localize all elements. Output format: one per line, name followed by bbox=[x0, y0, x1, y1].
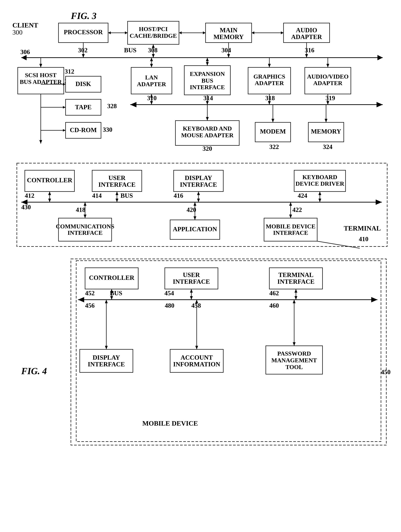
svg-text:330: 330 bbox=[103, 126, 112, 133]
svg-text:USER: USER bbox=[183, 271, 200, 279]
svg-text:INTERFACE: INTERFACE bbox=[190, 84, 225, 90]
svg-marker-98 bbox=[63, 129, 66, 132]
svg-text:424: 424 bbox=[298, 192, 307, 199]
svg-text:SCSI HOST: SCSI HOST bbox=[25, 72, 57, 78]
svg-text:MEMORY: MEMORY bbox=[214, 33, 244, 40]
svg-text:414: 414 bbox=[92, 192, 102, 199]
svg-marker-37 bbox=[305, 54, 308, 58]
fig4-diagram: FIG. 4 CONTROLLER USER INTERFACE TERMINA… bbox=[11, 253, 393, 449]
svg-text:INFORMATION: INFORMATION bbox=[173, 361, 220, 368]
svg-text:INTERFACE: INTERFACE bbox=[180, 181, 217, 188]
svg-text:DISPLAY: DISPLAY bbox=[93, 354, 120, 361]
svg-text:DEVICE DRIVER: DEVICE DRIVER bbox=[296, 180, 344, 187]
svg-text:450: 450 bbox=[381, 368, 390, 376]
svg-rect-43 bbox=[131, 67, 172, 94]
svg-marker-63 bbox=[206, 58, 209, 61]
svg-marker-100 bbox=[39, 140, 42, 144]
svg-marker-32 bbox=[152, 54, 155, 58]
svg-text:452: 452 bbox=[85, 290, 95, 297]
svg-text:456: 456 bbox=[85, 302, 95, 309]
svg-marker-79 bbox=[206, 101, 209, 105]
svg-text:INTERFACE: INTERFACE bbox=[173, 278, 210, 285]
svg-text:412: 412 bbox=[25, 192, 34, 199]
svg-text:319: 319 bbox=[326, 95, 335, 101]
svg-marker-27 bbox=[21, 55, 27, 60]
client-label: CLIENT bbox=[12, 21, 38, 29]
svg-text:TAPE: TAPE bbox=[75, 104, 92, 111]
svg-text:APPLICATION: APPLICATION bbox=[173, 226, 217, 233]
svg-marker-18 bbox=[281, 32, 284, 34]
svg-text:CONTROLLER: CONTROLLER bbox=[27, 177, 73, 184]
svg-text:INTERFACE: INTERFACE bbox=[277, 278, 314, 285]
svg-text:INTERFACE: INTERFACE bbox=[273, 229, 308, 236]
svg-marker-77 bbox=[150, 101, 153, 105]
svg-marker-15 bbox=[203, 32, 206, 34]
svg-marker-83 bbox=[327, 101, 329, 105]
svg-text:312: 312 bbox=[65, 68, 74, 75]
svg-text:ACCOUNT: ACCOUNT bbox=[181, 354, 213, 361]
svg-text:320: 320 bbox=[203, 145, 212, 152]
svg-text:TOOL: TOOL bbox=[285, 364, 303, 370]
svg-text:BUS: BUS bbox=[124, 47, 136, 54]
svg-marker-60 bbox=[150, 58, 153, 61]
svg-text:EXPANSION: EXPANSION bbox=[190, 70, 225, 77]
svg-text:410: 410 bbox=[359, 235, 368, 243]
svg-text:460: 460 bbox=[269, 302, 279, 309]
svg-marker-65 bbox=[268, 64, 271, 67]
svg-marker-28 bbox=[377, 55, 383, 60]
svg-marker-73 bbox=[130, 102, 136, 107]
svg-text:DISK: DISK bbox=[75, 80, 91, 88]
svg-text:462: 462 bbox=[269, 290, 279, 297]
svg-text:322: 322 bbox=[269, 143, 279, 150]
svg-text:MODEM: MODEM bbox=[260, 128, 286, 135]
svg-text:318: 318 bbox=[265, 95, 275, 101]
svg-text:FIG. 4: FIG. 4 bbox=[21, 366, 47, 376]
svg-text:BUS: BUS bbox=[121, 192, 133, 199]
svg-text:PASSWORD: PASSWORD bbox=[277, 350, 311, 357]
svg-marker-116 bbox=[325, 119, 327, 122]
svg-text:AUDIO/VIDEO: AUDIO/VIDEO bbox=[307, 73, 349, 80]
svg-text:INTERFACE: INTERFACE bbox=[98, 181, 135, 188]
fig3-diagram: PROCESSOR HOST/PCI CACHE/BRIDGE MAIN MEM… bbox=[11, 9, 393, 253]
svg-text:INTERFACE: INTERFACE bbox=[88, 361, 125, 368]
svg-text:AUDIO: AUDIO bbox=[296, 27, 317, 34]
svg-text:BUS: BUS bbox=[202, 77, 213, 84]
svg-text:ADAPTER: ADAPTER bbox=[137, 81, 166, 88]
client-number: 300 bbox=[12, 28, 23, 36]
svg-text:GRAPHICS: GRAPHICS bbox=[253, 73, 285, 80]
svg-text:KEYBOARD AND: KEYBOARD AND bbox=[183, 125, 232, 132]
svg-text:418: 418 bbox=[76, 206, 85, 213]
svg-text:306: 306 bbox=[20, 48, 30, 56]
svg-marker-74 bbox=[376, 102, 383, 107]
svg-text:480: 480 bbox=[165, 302, 174, 309]
svg-text:DISPLAY: DISPLAY bbox=[185, 174, 212, 181]
svg-text:LAN: LAN bbox=[145, 74, 158, 81]
svg-text:302: 302 bbox=[78, 47, 87, 54]
svg-marker-57 bbox=[39, 64, 42, 67]
svg-text:454: 454 bbox=[164, 290, 174, 297]
svg-text:304: 304 bbox=[222, 47, 231, 54]
svg-text:MOBILE DEVICE: MOBILE DEVICE bbox=[142, 420, 198, 427]
svg-marker-67 bbox=[327, 64, 329, 67]
svg-text:CD-ROM: CD-ROM bbox=[70, 127, 97, 133]
svg-text:KEYBOARD: KEYBOARD bbox=[302, 174, 337, 180]
svg-text:CONTROLLER: CONTROLLER bbox=[89, 274, 135, 281]
svg-text:USER: USER bbox=[108, 174, 126, 181]
svg-marker-13 bbox=[108, 32, 111, 34]
svg-marker-96 bbox=[63, 106, 66, 108]
svg-text:328: 328 bbox=[107, 102, 117, 110]
svg-text:324: 324 bbox=[323, 143, 333, 150]
svg-text:314: 314 bbox=[204, 95, 213, 101]
svg-text:430: 430 bbox=[21, 203, 31, 211]
svg-marker-35 bbox=[227, 54, 230, 58]
svg-text:TERMINAL: TERMINAL bbox=[344, 224, 381, 232]
svg-text:MOBILE DEVICE: MOBILE DEVICE bbox=[266, 223, 316, 230]
svg-text:MAIN: MAIN bbox=[220, 27, 237, 34]
svg-marker-81 bbox=[268, 101, 271, 105]
svg-text:MOUSE ADAPTER: MOUSE ADAPTER bbox=[181, 132, 234, 139]
svg-marker-12 bbox=[125, 32, 128, 34]
svg-text:ADAPTER: ADAPTER bbox=[255, 80, 284, 86]
svg-text:316: 316 bbox=[305, 47, 314, 54]
svg-text:INTERFACE: INTERFACE bbox=[68, 229, 103, 236]
fig3-title: FIG. 3 bbox=[71, 11, 96, 21]
